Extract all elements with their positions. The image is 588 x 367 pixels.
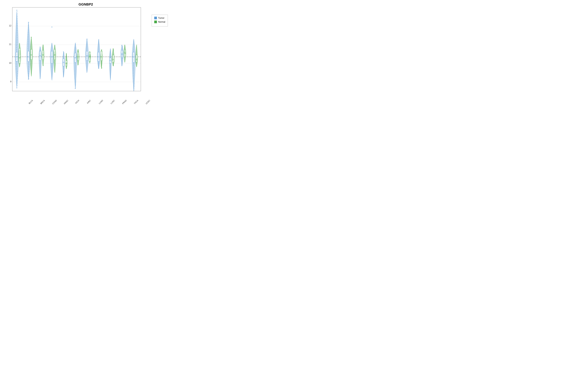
legend: Tumor Normal bbox=[152, 15, 168, 26]
y-tick-labels: 9101112 bbox=[12, 7, 141, 91]
normal-label: Normal bbox=[158, 21, 165, 23]
x-tick-label: THCA bbox=[134, 99, 139, 105]
y-tick-label: 11 bbox=[6, 43, 11, 46]
x-tick-label: KICH bbox=[75, 99, 80, 104]
x-tick-label: LUSC bbox=[110, 99, 115, 105]
x-tick-label: BLCA bbox=[28, 99, 33, 104]
y-tick-label: 10 bbox=[6, 62, 11, 64]
legend-normal: Normal bbox=[154, 21, 165, 23]
y-tick-label: 9 bbox=[6, 80, 11, 83]
chart-container: GGNBP2 mRNA Expression (RNASeq V2, log2)… bbox=[0, 0, 172, 107]
x-tick-label: HNSC bbox=[63, 99, 69, 105]
legend-tumor: Tumor bbox=[154, 17, 165, 19]
x-tick-label: LUAD bbox=[98, 99, 104, 105]
tumor-color-box bbox=[154, 17, 157, 19]
tumor-label: Tumor bbox=[158, 17, 164, 19]
x-tick-label: PRAD bbox=[122, 99, 127, 105]
normal-color-box bbox=[154, 21, 157, 23]
y-tick-label: 12 bbox=[6, 25, 11, 27]
chart-title: GGNBP2 bbox=[0, 0, 172, 8]
x-tick-label: KIRC bbox=[86, 99, 91, 104]
x-tick-label: UCEC bbox=[145, 99, 151, 105]
x-tick-label: COAD bbox=[52, 99, 57, 105]
x-tick-label: BRCA bbox=[40, 99, 45, 105]
